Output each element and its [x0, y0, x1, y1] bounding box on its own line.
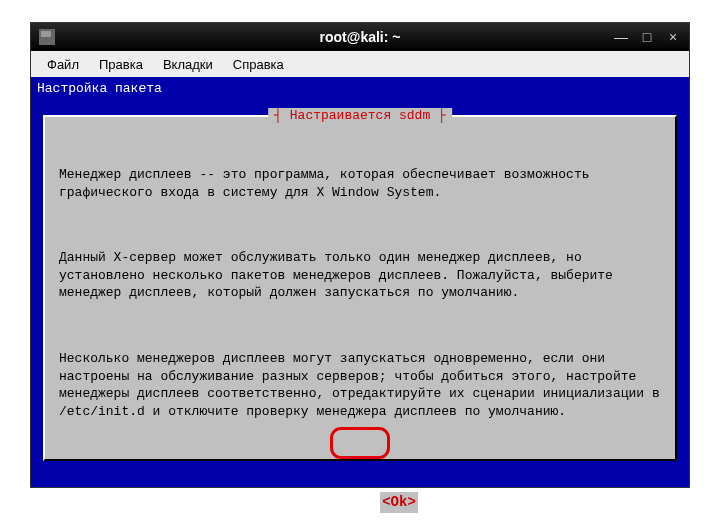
menu-tabs[interactable]: Вкладки	[153, 55, 223, 74]
dialog-paragraph-2: Данный X-сервер может обслуживать только…	[59, 249, 661, 302]
dialog-paragraph-1: Менеджер дисплеев -- это программа, кото…	[59, 166, 661, 201]
window-title: root@kali: ~	[320, 29, 401, 45]
package-config-header: Настройка пакета	[33, 79, 687, 98]
terminal-icon	[39, 29, 55, 45]
menu-file[interactable]: Файл	[37, 55, 89, 74]
ok-button-row: <Ok>	[59, 474, 661, 520]
titlebar[interactable]: root@kali: ~ — □ ×	[31, 23, 689, 51]
terminal-area: Настройка пакета ┤ Настраивается sddm ├ …	[31, 77, 689, 487]
terminal-window: root@kali: ~ — □ × Файл Правка Вкладки С…	[30, 22, 690, 488]
menubar: Файл Правка Вкладки Справка	[31, 51, 689, 77]
minimize-button[interactable]: —	[613, 29, 629, 45]
close-button[interactable]: ×	[665, 29, 681, 45]
menu-help[interactable]: Справка	[223, 55, 294, 74]
config-dialog: ┤ Настраивается sddm ├ Менеджер дисплеев…	[43, 115, 677, 461]
dialog-paragraph-3: Несколько менеджеров дисплеев могут запу…	[59, 350, 661, 420]
ok-button[interactable]: <Ok>	[380, 492, 418, 513]
menu-edit[interactable]: Правка	[89, 55, 153, 74]
maximize-button[interactable]: □	[639, 29, 655, 45]
dialog-title: ┤ Настраивается sddm ├	[268, 108, 452, 123]
dialog-body: Менеджер дисплеев -- это программа, кото…	[55, 123, 665, 520]
window-controls: — □ ×	[613, 29, 681, 45]
